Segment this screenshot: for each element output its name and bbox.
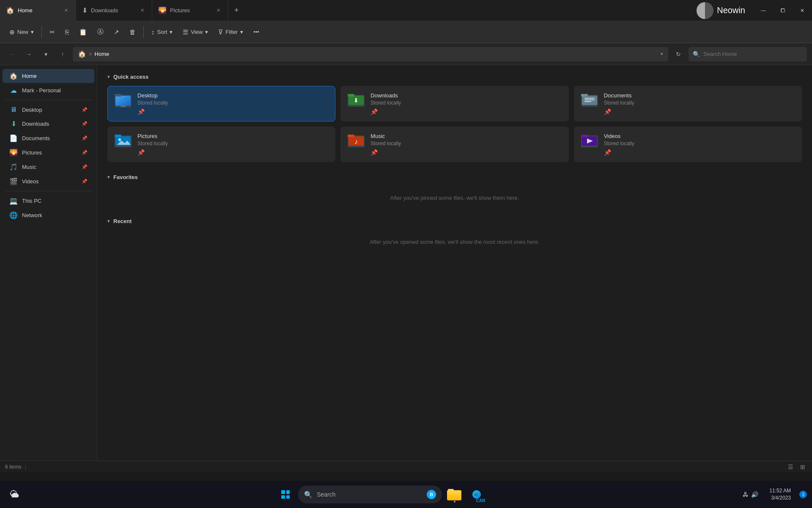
desktop-sidebar-icon: 🖥	[9, 106, 18, 113]
music-sidebar-icon: 🎵	[9, 163, 18, 171]
new-icon: ⊕	[9, 28, 15, 36]
sidebar-sep-2	[5, 191, 92, 191]
sort-button[interactable]: ↕ Sort ▾	[147, 26, 177, 38]
svg-rect-14	[584, 101, 591, 102]
clock[interactable]: 11:52 AM 3/4/2023	[766, 486, 794, 503]
search-input[interactable]	[703, 51, 803, 57]
recent-header[interactable]: ▾ Recent	[107, 218, 802, 224]
folder-card-music[interactable]: ♪ Music Stored locally 📌	[340, 127, 568, 162]
sidebar-sep-1	[5, 100, 92, 100]
sort-dropdown-icon: ▾	[170, 29, 173, 35]
desktop-folder-icon	[115, 92, 132, 111]
cut-button[interactable]: ✂	[45, 26, 59, 39]
share-button[interactable]: ↗	[110, 26, 123, 39]
sidebar-item-this-pc[interactable]: 💻 This PC	[3, 194, 94, 208]
sidebar-downloads-label: Downloads	[22, 121, 77, 127]
sidebar-item-videos[interactable]: 🎬 Videos 📌	[3, 174, 94, 188]
sidebar-item-network[interactable]: 🌐 Network	[3, 208, 94, 222]
tab-downloads[interactable]: ⬇ Downloads ✕	[76, 0, 152, 21]
toolbar-sep-1	[41, 26, 42, 38]
pictures-card-sub: Stored locally	[137, 141, 328, 146]
tab-home[interactable]: 🏠 Home ✕	[0, 0, 76, 21]
search-box[interactable]: 🔍	[689, 47, 807, 61]
documents-sidebar-icon: 📄	[9, 134, 18, 142]
breadcrumb[interactable]: 🏠 > Home ▾	[73, 47, 668, 61]
svg-rect-4	[121, 106, 126, 107]
favorites-header[interactable]: ▾ Favorites	[107, 174, 802, 180]
folder-card-downloads[interactable]: ⬇ Downloads Stored locally 📌	[340, 86, 568, 121]
taskbar-edge[interactable]: CAN	[467, 485, 486, 504]
tab-home-close[interactable]: ✕	[63, 7, 70, 14]
copy-button[interactable]: ⎘	[61, 26, 73, 38]
history-button[interactable]: ▾	[39, 47, 52, 61]
taskbar-file-explorer[interactable]	[445, 485, 464, 504]
quick-access-header[interactable]: ▾ Quick access	[107, 74, 802, 80]
folder-card-videos[interactable]: Videos Stored locally 📌	[574, 127, 802, 162]
taskbar-right: 🖧 🔊 11:52 AM 3/4/2023 3	[738, 486, 807, 503]
filter-button[interactable]: ⊽ Filter ▾	[214, 26, 247, 39]
window-controls: — ⧠ ✕	[754, 0, 812, 21]
tab-downloads-close[interactable]: ✕	[139, 7, 146, 14]
system-tray[interactable]: 🖧 🔊	[738, 489, 763, 500]
sidebar-item-music[interactable]: 🎵 Music 📌	[3, 160, 94, 174]
delete-button[interactable]: 🗑	[125, 26, 140, 38]
notification-badge[interactable]: 3	[799, 491, 807, 498]
downloads-sidebar-icon: ⬇	[9, 120, 18, 128]
tab-pictures-label: Pictures	[170, 7, 211, 14]
sidebar-item-home[interactable]: 🏠 Home	[3, 69, 94, 83]
home-tab-icon: 🏠	[6, 6, 14, 14]
breadcrumb-separator: >	[89, 51, 92, 57]
sidebar-mark-label: Mark - Personal	[22, 87, 88, 94]
windows-logo	[281, 490, 290, 499]
view-dropdown-icon: ▾	[205, 29, 208, 35]
new-button[interactable]: ⊕ New ▾	[5, 26, 38, 39]
rename-button[interactable]: Ⓐ	[93, 25, 108, 39]
close-button[interactable]: ✕	[793, 0, 812, 21]
sidebar-item-pictures[interactable]: 🌄 Pictures 📌	[3, 146, 94, 160]
sidebar-home-label: Home	[22, 73, 88, 79]
up-button[interactable]: ↑	[56, 47, 69, 61]
view-button[interactable]: ☰ View ▾	[178, 26, 212, 39]
sidebar-item-mark-personal[interactable]: ☁ Mark - Personal	[3, 83, 94, 97]
desktop-card-info: Desktop Stored locally 📌	[137, 92, 328, 115]
documents-card-pin: 📌	[604, 108, 795, 115]
folder-card-desktop[interactable]: Desktop Stored locally 📌	[107, 86, 335, 121]
taskbar-search[interactable]: 🔍 Search B	[298, 486, 442, 503]
sidebar: 🏠 Home ☁ Mark - Personal 🖥 Desktop 📌 ⬇ D…	[0, 65, 97, 461]
paste-button[interactable]: 📋	[75, 26, 91, 39]
folder-card-pictures[interactable]: Pictures Stored locally 📌	[107, 127, 335, 162]
videos-folder-icon	[581, 133, 598, 152]
more-button[interactable]: •••	[249, 26, 263, 38]
svg-point-18	[118, 138, 121, 141]
tab-pictures-close[interactable]: ✕	[215, 7, 222, 14]
sidebar-item-desktop[interactable]: 🖥 Desktop 📌	[3, 103, 94, 116]
sidebar-desktop-label: Desktop	[22, 107, 77, 113]
weather-button[interactable]: 🌥	[5, 485, 24, 504]
home-sidebar-icon: 🏠	[9, 72, 18, 80]
sidebar-item-documents[interactable]: 📄 Documents 📌	[3, 131, 94, 145]
bing-label: B	[430, 492, 433, 497]
svg-text:⬇: ⬇	[354, 97, 359, 104]
main-layout: 🏠 Home ☁ Mark - Personal 🖥 Desktop 📌 ⬇ D…	[0, 65, 812, 461]
minimize-button[interactable]: —	[754, 0, 773, 21]
sidebar-item-downloads[interactable]: ⬇ Downloads 📌	[3, 117, 94, 131]
svg-rect-22	[348, 135, 354, 137]
forward-icon: →	[26, 51, 32, 58]
maximize-button[interactable]: ⧠	[773, 0, 793, 21]
list-view-button[interactable]: ☰	[786, 464, 795, 470]
refresh-button[interactable]: ↻	[672, 47, 685, 61]
tab-home-label: Home	[18, 7, 59, 14]
taskbar-left: 🌥	[5, 485, 24, 504]
taskbar-search-text: Search	[317, 491, 422, 498]
paste-icon: 📋	[79, 28, 87, 36]
back-button[interactable]: ←	[5, 47, 19, 61]
new-tab-button[interactable]: +	[228, 0, 245, 21]
folder-card-documents[interactable]: Documents Stored locally 📌	[574, 86, 802, 121]
svg-rect-13	[584, 99, 595, 100]
breadcrumb-dropdown-icon[interactable]: ▾	[661, 51, 663, 57]
tab-pictures[interactable]: 🌄 Pictures ✕	[152, 0, 228, 21]
pictures-pin-icon: 📌	[82, 150, 88, 155]
grid-view-button[interactable]: ⊞	[798, 464, 807, 470]
start-button[interactable]	[276, 485, 295, 504]
forward-button[interactable]: →	[22, 47, 36, 61]
